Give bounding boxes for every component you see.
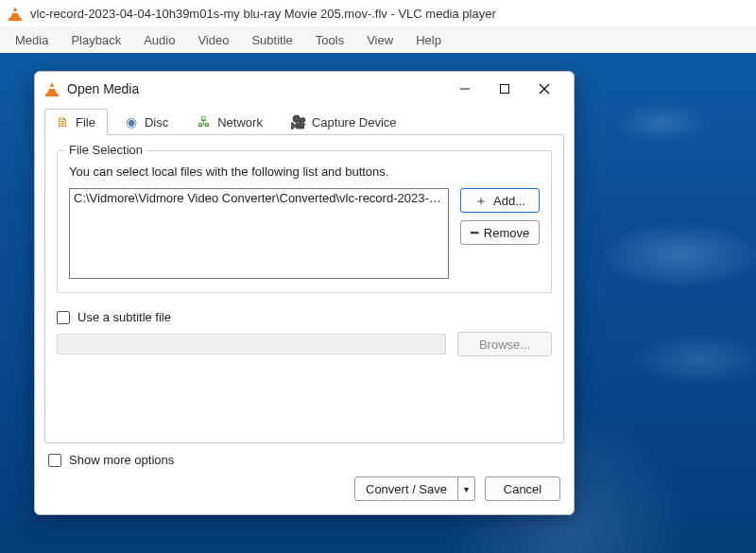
maximize-icon: [499, 83, 510, 95]
menu-view[interactable]: View: [357, 29, 403, 51]
plus-icon: ＋: [474, 194, 488, 207]
use-subtitle-label: Use a subtitle file: [77, 310, 171, 324]
convert-save-button[interactable]: Convert / Save: [354, 476, 458, 501]
dialog-title: Open Media: [67, 81, 139, 96]
file-selection-legend: File Selection: [65, 143, 146, 157]
cancel-button[interactable]: Cancel: [485, 476, 560, 501]
show-more-options-label: Show more options: [69, 453, 174, 467]
close-icon: [539, 83, 550, 95]
maximize-button[interactable]: [485, 75, 524, 103]
dialog-bottom: Show more options Convert / Save ▾ Cance…: [35, 443, 574, 514]
capture-icon: 🎥: [291, 114, 306, 130]
open-media-dialog: Open Media 🗎 File ◉ Disc 🖧 Network 🎥 Cap…: [34, 71, 575, 515]
tab-capture[interactable]: 🎥 Capture Device: [281, 109, 409, 135]
add-button[interactable]: ＋ Add...: [460, 188, 540, 213]
menu-video[interactable]: Video: [188, 29, 238, 51]
window-title: vlc-record-2023-04-04-10h39m01s-my blu-r…: [30, 7, 496, 21]
tab-file[interactable]: 🗎 File: [44, 109, 108, 135]
tab-disc[interactable]: ◉ Disc: [113, 109, 180, 135]
minus-icon: ━: [471, 226, 478, 239]
menubar: Media Playback Audio Video Subtitle Tool…: [0, 26, 756, 53]
dialog-titlebar: Open Media: [35, 72, 574, 106]
file-selection-instruction: You can select local files with the foll…: [69, 164, 540, 179]
convert-save-splitbutton: Convert / Save ▾: [354, 476, 475, 501]
subtitle-row: Use a subtitle file: [57, 310, 552, 324]
menu-media[interactable]: Media: [6, 29, 58, 51]
disc-icon: ◉: [124, 114, 139, 130]
cancel-label: Cancel: [504, 482, 541, 496]
minimize-icon: [459, 83, 471, 95]
chevron-down-icon: ▾: [464, 484, 469, 494]
network-icon: 🖧: [197, 114, 212, 130]
convert-save-dropdown[interactable]: ▾: [458, 476, 475, 501]
minimize-button[interactable]: [445, 75, 485, 103]
remove-button[interactable]: ━ Remove: [460, 220, 540, 245]
use-subtitle-checkbox[interactable]: [57, 311, 70, 324]
file-list[interactable]: C:\Vidmore\Vidmore Video Converter\Conve…: [69, 188, 449, 279]
vlc-cone-icon: [44, 81, 60, 96]
file-list-entry: C:\Vidmore\Vidmore Video Converter\Conve…: [74, 191, 446, 205]
main-titlebar: vlc-record-2023-04-04-10h39m01s-my blu-r…: [0, 0, 756, 26]
tab-file-label: File: [76, 115, 95, 130]
menu-playback[interactable]: Playback: [61, 29, 130, 51]
remove-button-label: Remove: [484, 226, 529, 240]
show-more-options-checkbox[interactable]: [48, 454, 61, 467]
tab-disc-label: Disc: [145, 115, 168, 130]
menu-help[interactable]: Help: [406, 29, 451, 51]
vlc-cone-icon: [8, 6, 23, 21]
tab-capture-label: Capture Device: [312, 115, 397, 130]
menu-audio[interactable]: Audio: [134, 29, 184, 51]
add-button-label: Add...: [493, 194, 525, 208]
tab-network-label: Network: [217, 115, 263, 130]
tabstrip: 🗎 File ◉ Disc 🖧 Network 🎥 Capture Device: [35, 106, 574, 134]
menu-tools[interactable]: Tools: [306, 29, 353, 51]
file-selection-group: File Selection You can select local file…: [57, 150, 552, 293]
browse-subtitle-button: Browse...: [457, 332, 552, 356]
convert-save-label: Convert / Save: [366, 482, 447, 496]
file-icon: 🗎: [55, 114, 70, 130]
tabpage-file: File Selection You can select local file…: [44, 134, 564, 443]
subtitle-path-input: [57, 334, 446, 354]
menu-subtitle[interactable]: Subtitle: [242, 29, 301, 51]
svg-rect-1: [501, 85, 509, 94]
browse-subtitle-label: Browse...: [479, 337, 530, 352]
tab-network[interactable]: 🖧 Network: [186, 109, 275, 135]
close-button[interactable]: [524, 75, 564, 103]
